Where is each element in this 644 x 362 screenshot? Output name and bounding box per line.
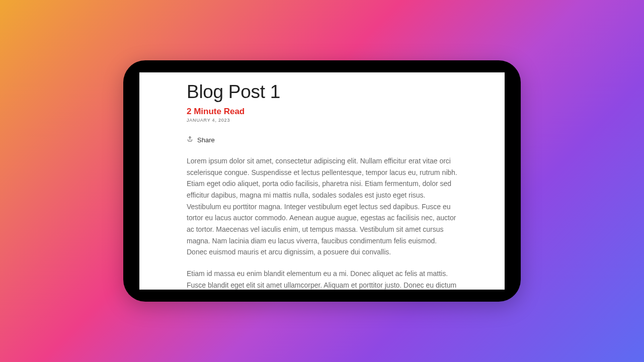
- paragraph: Lorem ipsum dolor sit amet, consectetur …: [187, 155, 457, 258]
- share-label: Share: [197, 136, 215, 144]
- share-icon: [187, 136, 193, 144]
- post-body: Lorem ipsum dolor sit amet, consectetur …: [187, 155, 457, 290]
- article: Blog Post 1 2 Minute Read JANUARY 4, 202…: [187, 81, 457, 290]
- read-time: 2 Minute Read: [187, 107, 457, 117]
- paragraph: Etiam id massa eu enim blandit elementum…: [187, 268, 457, 290]
- share-button[interactable]: Share: [187, 136, 215, 144]
- device-frame: Blog Post 1 2 Minute Read JANUARY 4, 202…: [123, 60, 521, 302]
- post-title: Blog Post 1: [187, 81, 457, 103]
- gradient-background: Blog Post 1 2 Minute Read JANUARY 4, 202…: [0, 0, 644, 362]
- screen: Blog Post 1 2 Minute Read JANUARY 4, 202…: [139, 72, 505, 290]
- post-date: JANUARY 4, 2023: [187, 118, 457, 123]
